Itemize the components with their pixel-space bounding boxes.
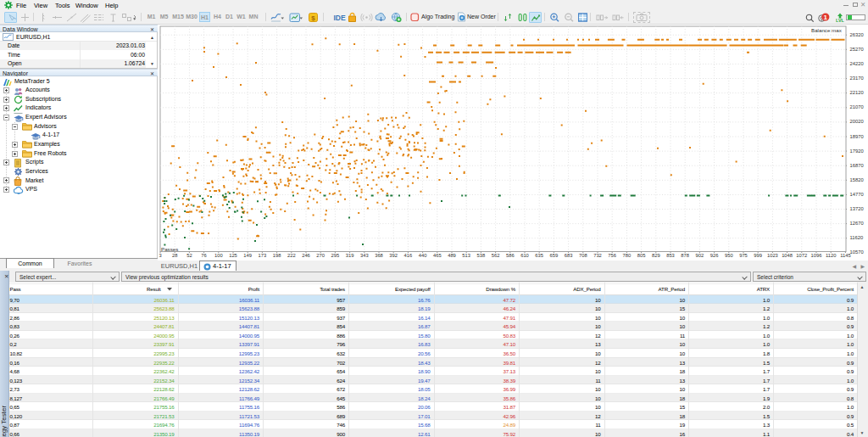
- svg-text:IDE: IDE: [333, 14, 346, 22]
- svg-text:LVL: LVL: [836, 18, 844, 23]
- svg-text:$: $: [311, 14, 315, 21]
- svg-text:1: 1: [824, 14, 828, 21]
